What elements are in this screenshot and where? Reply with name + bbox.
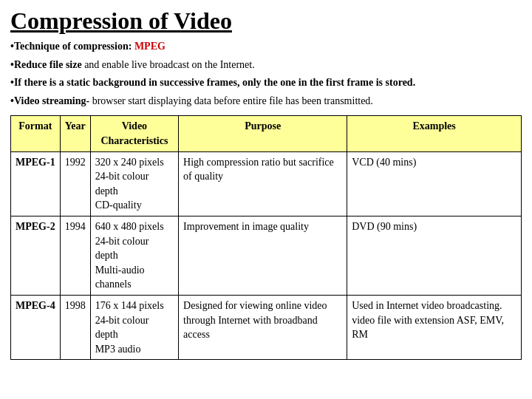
cell-char-3: 176 x 144 pixels24-bit colour depthMP3 a… bbox=[90, 295, 178, 359]
bullet-1: •Technique of compression: MPEG bbox=[10, 39, 522, 54]
col-header-characteristics: Video Characteristics bbox=[90, 116, 178, 151]
col-header-format: Format bbox=[11, 116, 61, 151]
cell-char-2: 640 x 480 pixels24-bit colour depthMulti… bbox=[90, 216, 178, 295]
cell-format-1: MPEG-1 bbox=[11, 151, 61, 216]
cell-examples-2: DVD (90 mins) bbox=[347, 216, 522, 295]
table-row: MPEG-2 1994 640 x 480 pixels24-bit colou… bbox=[11, 216, 522, 295]
cell-year-3: 1998 bbox=[60, 295, 90, 359]
table-row: MPEG-4 1998 176 x 144 pixels24-bit colou… bbox=[11, 295, 522, 359]
mpeg-table: Format Year Video Characteristics Purpos… bbox=[10, 115, 522, 360]
cell-purpose-3: Designed for viewing online video throug… bbox=[179, 295, 347, 359]
cell-purpose-1: High compression ratio but sacrifice of … bbox=[179, 151, 347, 216]
cell-format-2: MPEG-2 bbox=[11, 216, 61, 295]
cell-purpose-2: Improvement in image quality bbox=[179, 216, 347, 295]
cell-examples-3: Used in Internet video broadcasting. vid… bbox=[347, 295, 522, 359]
cell-year-1: 1992 bbox=[60, 151, 90, 216]
bullet-3: •If there is a static background in succ… bbox=[10, 75, 522, 90]
col-header-purpose: Purpose bbox=[179, 116, 347, 151]
table-row: MPEG-1 1992 320 x 240 pixels24-bit colou… bbox=[11, 151, 522, 216]
col-header-examples: Examples bbox=[347, 116, 522, 151]
cell-examples-1: VCD (40 mins) bbox=[347, 151, 522, 216]
bullet-2: •Reduce file size and enable live broadc… bbox=[10, 58, 522, 72]
cell-char-1: 320 x 240 pixels24-bit colour depthCD-qu… bbox=[90, 151, 178, 216]
cell-year-2: 1994 bbox=[60, 216, 90, 295]
table-header-row: Format Year Video Characteristics Purpos… bbox=[11, 116, 522, 151]
bullet-4: •Video streaming- browser start displayi… bbox=[10, 94, 522, 109]
col-header-year: Year bbox=[60, 116, 90, 151]
cell-format-3: MPEG-4 bbox=[11, 295, 61, 359]
page-title: Compression of Video bbox=[10, 7, 522, 35]
